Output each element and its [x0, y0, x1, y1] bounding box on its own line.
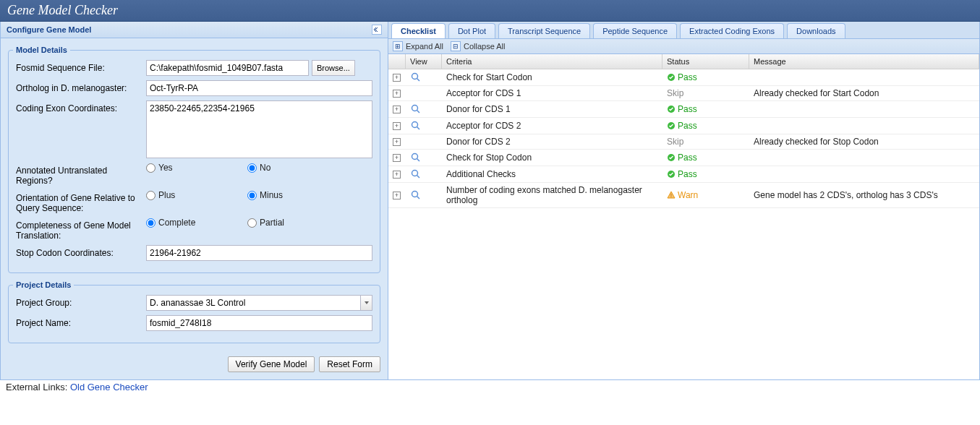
grid-header-status[interactable]: Status: [662, 54, 749, 69]
old-gene-checker-link[interactable]: Old Gene Checker: [70, 382, 148, 392]
orient-minus-label: Minus: [260, 190, 283, 200]
status-text: Warn: [678, 190, 698, 200]
status-text: Pass: [678, 169, 697, 179]
stop-input[interactable]: [146, 245, 372, 261]
svg-point-12: [412, 171, 418, 176]
complete-partial-input[interactable]: [247, 218, 257, 228]
status-text: Skip: [667, 137, 683, 147]
utr-no-input[interactable]: [247, 163, 257, 173]
svg-point-3: [412, 106, 418, 111]
tab-peptide-sequence[interactable]: Peptide Sequence: [593, 23, 677, 38]
expand-all-icon: ⊞: [393, 41, 403, 51]
reset-button[interactable]: Reset Form: [319, 356, 380, 372]
project-details-legend: Project Details: [13, 280, 74, 289]
expand-row-button[interactable]: +: [393, 154, 401, 162]
collapse-left-panel-button[interactable]: [372, 25, 382, 35]
message-cell: [749, 155, 979, 160]
table-row: +Donor for CDS 1Pass: [388, 101, 979, 118]
status-cell: Pass: [662, 167, 749, 181]
table-row: +Check for Start CodonPass: [388, 69, 979, 86]
criteria-cell: Check for Start Codon: [442, 70, 662, 85]
svg-line-7: [417, 127, 420, 130]
check-circle-icon: [667, 170, 676, 179]
tab-downloads[interactable]: Downloads: [787, 23, 845, 38]
tab-transcript-sequence[interactable]: Transcript Sequence: [498, 23, 590, 38]
expand-row-button[interactable]: +: [393, 74, 401, 82]
toolbar: ⊞ Expand All ⊟ Collapse All: [388, 39, 979, 54]
check-circle-icon: [667, 153, 676, 162]
utr-no-radio[interactable]: No: [247, 163, 349, 173]
orient-minus-input[interactable]: [247, 191, 257, 200]
message-cell: [749, 107, 979, 111]
results-panel: ChecklistDot PlotTranscript SequencePept…: [388, 22, 980, 380]
external-links-label: External Links:: [6, 382, 67, 392]
fosmid-file-display: [146, 60, 309, 76]
magnifier-icon[interactable]: [410, 72, 422, 83]
external-links: External Links: Old Gene Checker: [0, 380, 980, 394]
check-circle-icon: [667, 121, 676, 130]
criteria-cell: Additional Checks: [442, 167, 662, 181]
complete-label: Completeness of Gene Model Translation:: [16, 218, 146, 241]
grid-header-view[interactable]: View: [406, 54, 442, 69]
expand-row-button[interactable]: +: [393, 106, 401, 113]
magnifier-icon[interactable]: [410, 152, 422, 163]
expand-row-button[interactable]: +: [393, 171, 401, 179]
project-group-label: Project Group:: [16, 295, 146, 308]
orient-label: Orientation of Gene Relative to Query Se…: [16, 190, 146, 213]
status-text: Pass: [678, 72, 697, 82]
complete-complete-radio[interactable]: Complete: [146, 218, 247, 228]
magnifier-icon[interactable]: [410, 120, 422, 132]
grid-header: View Criteria Status Message: [388, 54, 979, 69]
tab-checklist[interactable]: Checklist: [391, 23, 446, 38]
message-cell: Gene model has 2 CDS's, ortholog has 3 C…: [749, 188, 979, 202]
configure-panel: Configure Gene Model Model Details Fosmi…: [0, 22, 388, 380]
project-group-combo[interactable]: [146, 295, 372, 311]
magnifier-icon[interactable]: [410, 189, 422, 201]
app-title: Gene Model Checker: [7, 3, 118, 17]
grid-header-message[interactable]: Message: [749, 54, 979, 69]
ortholog-label: Ortholog in D. melanogaster:: [16, 80, 146, 93]
expand-all-button[interactable]: ⊞ Expand All: [393, 41, 443, 51]
chevron-down-icon: [364, 300, 370, 306]
chevron-left-icon: [373, 26, 380, 33]
magnifier-icon[interactable]: [410, 103, 422, 115]
browse-button[interactable]: Browse...: [312, 60, 355, 76]
grid-header-criteria[interactable]: Criteria: [442, 54, 662, 69]
utr-yes-input[interactable]: [146, 163, 155, 173]
stop-label: Stop Codon Coordinates:: [16, 245, 146, 258]
complete-partial-radio[interactable]: Partial: [247, 218, 349, 228]
collapse-all-button[interactable]: ⊟ Collapse All: [451, 41, 505, 51]
magnifier-icon[interactable]: [410, 168, 422, 180]
table-row: +Acceptor for CDS 1SkipAlready checked f…: [388, 86, 979, 101]
expand-row-button[interactable]: +: [393, 138, 401, 146]
tab-dot-plot[interactable]: Dot Plot: [448, 23, 495, 38]
svg-point-0: [412, 74, 418, 80]
collapse-all-icon: ⊟: [451, 41, 461, 51]
expand-row-button[interactable]: +: [393, 90, 401, 98]
orient-plus-input[interactable]: [146, 191, 155, 200]
orient-minus-radio[interactable]: Minus: [247, 190, 349, 200]
verify-button[interactable]: Verify Gene Model: [228, 356, 315, 372]
tab-extracted-coding-exons[interactable]: Extracted Coding Exons: [680, 23, 784, 38]
message-cell: [749, 172, 979, 176]
model-details-fieldset: Model Details Fosmid Sequence File: Brow…: [8, 46, 380, 273]
orient-plus-radio[interactable]: Plus: [146, 190, 247, 200]
utr-yes-label: Yes: [158, 163, 173, 173]
project-name-label: Project Name:: [16, 315, 146, 328]
project-group-dropdown-button[interactable]: [360, 296, 372, 310]
check-circle-icon: [667, 73, 676, 82]
warning-icon: !: [667, 191, 676, 199]
criteria-cell: Check for Stop Codon: [442, 150, 662, 165]
ortholog-input[interactable]: [146, 80, 372, 96]
utr-yes-radio[interactable]: Yes: [146, 163, 247, 173]
status-cell: Skip: [662, 134, 749, 149]
complete-complete-label: Complete: [158, 218, 195, 228]
svg-line-13: [417, 176, 420, 179]
message-cell: [749, 75, 979, 80]
svg-line-10: [417, 159, 420, 162]
expand-row-button[interactable]: +: [393, 192, 401, 199]
expand-row-button[interactable]: +: [393, 122, 401, 130]
project-name-input[interactable]: [146, 315, 372, 331]
coords-textarea[interactable]: [146, 100, 372, 158]
complete-complete-input[interactable]: [146, 218, 155, 228]
